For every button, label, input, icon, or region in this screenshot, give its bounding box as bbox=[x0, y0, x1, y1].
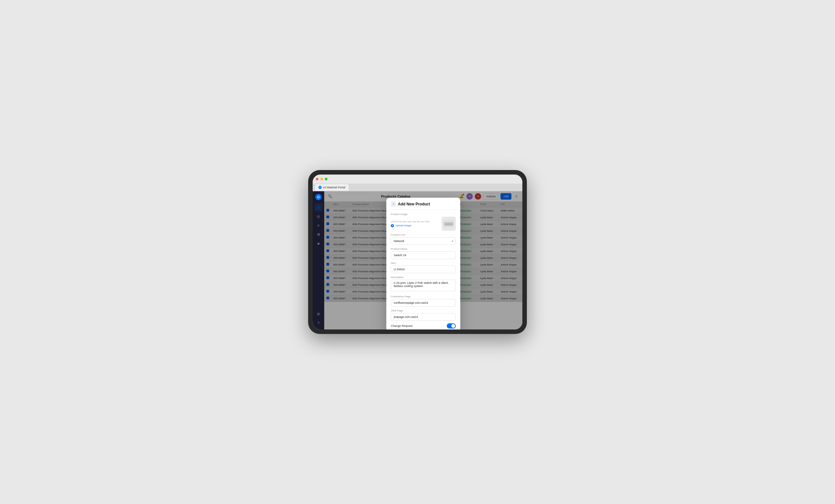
dot-green-btn bbox=[325, 178, 327, 180]
product-image-hint: JPEG/PNG files with max file size 2Mb. bbox=[391, 220, 439, 223]
jira-input[interactable] bbox=[391, 313, 456, 321]
modal-title: Add New Product bbox=[398, 202, 430, 206]
sidebar-item-grid[interactable]: ⊞ bbox=[314, 230, 322, 238]
svg-point-3 bbox=[445, 224, 446, 224]
modal-header: + Add New Product bbox=[386, 198, 460, 210]
product-line-label: Product Line bbox=[391, 233, 456, 236]
image-preview bbox=[442, 217, 456, 231]
sidebar-item-list[interactable]: ≡ bbox=[314, 222, 322, 229]
main-content: 🔍 Products Catalog 🔔 M A Actions Add ≡ bbox=[324, 191, 522, 330]
sidebar-item-gear[interactable]: ⚙ bbox=[314, 310, 322, 318]
product-name-input[interactable] bbox=[391, 251, 456, 259]
upload-image-button[interactable]: ⬆ Upload image bbox=[391, 224, 411, 227]
product-image-section: Product Image JPEG/PNG files with max fi… bbox=[391, 213, 456, 231]
description-section: Description bbox=[391, 276, 456, 293]
sku-input[interactable] bbox=[391, 266, 456, 273]
svg-rect-6 bbox=[446, 224, 451, 224]
upload-left: JPEG/PNG files with max file size 2Mb. ⬆… bbox=[391, 220, 439, 227]
jira-label: JIRA Page bbox=[391, 309, 456, 312]
change-request-row: Change Request bbox=[391, 323, 456, 329]
tab-label: UI Material Portal bbox=[323, 186, 345, 189]
upload-label: Upload image bbox=[395, 224, 411, 227]
product-name-section: Product Name bbox=[391, 248, 456, 259]
change-request-toggle[interactable] bbox=[447, 323, 456, 329]
product-image-area: JPEG/PNG files with max file size 2Mb. ⬆… bbox=[391, 217, 456, 231]
sidebar: U ⌂ ◎ ≡ ⊞ ◈ ⚙ ? bbox=[313, 191, 324, 330]
product-image-label: Product Image bbox=[391, 213, 456, 216]
modal-overlay: + Add New Product Product Image JPEG/PNG… bbox=[324, 191, 522, 330]
sku-section: SKU bbox=[391, 261, 456, 273]
product-line-select-wrapper: NetworkWirelessCamerasAccess bbox=[391, 237, 456, 245]
sidebar-item-settings[interactable]: ◎ bbox=[314, 212, 322, 220]
confluence-label: Confluence Page bbox=[391, 295, 456, 298]
sidebar-item-home[interactable]: ⌂ bbox=[314, 204, 322, 211]
confluence-input[interactable] bbox=[391, 299, 456, 307]
modal-header-icon: + bbox=[391, 202, 396, 207]
dot-yellow bbox=[320, 178, 323, 180]
browser-chrome bbox=[313, 174, 522, 184]
tab-bar: U UI Material Portal bbox=[313, 184, 522, 191]
modal-body: Product Image JPEG/PNG files with max fi… bbox=[386, 210, 460, 330]
jira-section: JIRA Page bbox=[391, 309, 456, 321]
svg-point-4 bbox=[452, 224, 452, 224]
description-input[interactable] bbox=[391, 280, 456, 291]
app-container: U ⌂ ◎ ≡ ⊞ ◈ ⚙ ? 🔍 Products Catalog � bbox=[313, 191, 522, 330]
ubnt-logo: U bbox=[319, 186, 322, 189]
sidebar-item-network[interactable]: ◈ bbox=[314, 239, 322, 247]
product-line-select[interactable]: NetworkWirelessCamerasAccess bbox=[391, 237, 456, 245]
sidebar-item-help[interactable]: ? bbox=[314, 319, 322, 327]
confluence-section: Confluence Page bbox=[391, 295, 456, 307]
svg-rect-7 bbox=[446, 225, 451, 225]
tablet-frame: U UI Material Portal U ⌂ ◎ ≡ ⊞ ◈ ⚙ ? bbox=[308, 170, 527, 334]
sku-label: SKU bbox=[391, 261, 456, 265]
tablet-screen: U UI Material Portal U ⌂ ◎ ≡ ⊞ ◈ ⚙ ? bbox=[313, 174, 522, 330]
description-label: Description bbox=[391, 276, 456, 279]
dot-red bbox=[316, 178, 319, 180]
upload-icon: ⬆ bbox=[391, 224, 394, 227]
sidebar-logo: U bbox=[315, 194, 322, 200]
toggle-thumb bbox=[451, 324, 455, 328]
change-request-label: Change Request bbox=[391, 324, 413, 328]
product-line-section: Product Line NetworkWirelessCamerasAcces… bbox=[391, 233, 456, 245]
add-product-modal: + Add New Product Product Image JPEG/PNG… bbox=[386, 198, 460, 330]
product-name-label: Product Name bbox=[391, 248, 456, 250]
browser-tab[interactable]: U UI Material Portal bbox=[315, 184, 349, 191]
